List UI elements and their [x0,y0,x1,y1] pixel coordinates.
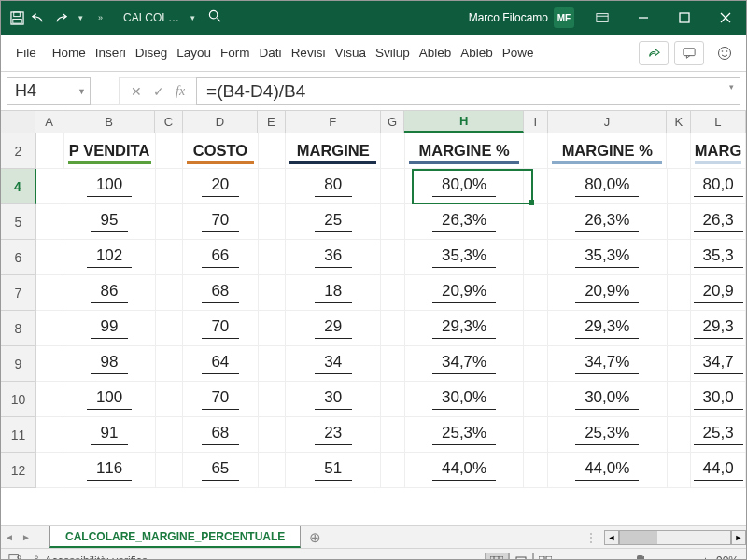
cell[interactable] [36,275,63,311]
row-header-6[interactable]: 6 [1,240,36,275]
zoom-level[interactable]: 90% [716,554,739,561]
cell[interactable]: 26,3% [405,204,525,240]
cell[interactable]: 65 [183,453,259,488]
cell[interactable] [524,346,548,382]
cell[interactable] [259,417,286,453]
cell[interactable] [668,169,692,204]
cell[interactable] [668,453,692,488]
row-header-10[interactable]: 10 [1,382,36,417]
scroll-left-icon[interactable]: ◄ [604,530,619,545]
cell[interactable]: 23 [286,417,381,453]
cell[interactable] [524,240,548,275]
cell[interactable] [381,453,405,488]
row-header-12[interactable]: 12 [1,453,36,488]
cell[interactable] [259,346,286,382]
cell[interactable] [381,275,405,311]
tab-svilup[interactable]: Svilup [371,46,415,60]
search-icon[interactable] [199,9,232,26]
add-sheet-icon[interactable]: ⊕ [301,529,329,546]
cell[interactable]: 70 [183,204,259,240]
enter-formula-icon[interactable]: ✓ [153,84,164,99]
cell[interactable] [381,133,405,169]
cell[interactable] [156,240,183,275]
col-header-J[interactable]: J [548,111,668,133]
cell[interactable]: 25,3 [691,417,746,453]
tab-ableb[interactable]: Ableb [456,46,498,60]
cell[interactable] [259,275,286,311]
worksheet-grid[interactable]: ABCDEFGHIJKL 2456789101112 P VENDITACOST… [1,111,746,525]
cell[interactable]: 44,0% [548,453,668,488]
row-header-5[interactable]: 5 [1,204,36,240]
col-header-A[interactable]: A [35,111,63,133]
cell[interactable] [156,275,183,311]
share-icon[interactable] [639,41,669,65]
cell[interactable]: 70 [183,382,259,417]
ribbon-display-icon[interactable] [582,1,623,35]
cell[interactable]: 20,9% [405,275,525,311]
cell[interactable]: MARGINE % [405,133,524,169]
cell[interactable] [524,169,548,204]
cell[interactable]: 51 [286,453,381,488]
cell[interactable] [524,417,548,453]
redo-icon[interactable] [53,11,67,25]
cell[interactable]: MARGINE [286,133,381,169]
cell[interactable] [667,133,691,169]
scroll-right-icon[interactable]: ► [731,530,746,545]
namebox-dropdown-icon[interactable]: ▼ [78,87,86,96]
cell[interactable]: 18 [286,275,381,311]
cell[interactable]: 29,3% [405,311,525,346]
cell[interactable]: 26,3 [691,204,746,240]
col-header-G[interactable]: G [381,111,405,133]
cell[interactable] [259,133,287,169]
cell[interactable] [381,417,405,453]
cell[interactable] [259,382,286,417]
fx-icon[interactable]: fx [176,84,185,99]
cell[interactable]: 34 [286,346,381,382]
cell[interactable]: 70 [183,311,259,346]
cell[interactable]: 36 [286,240,381,275]
tab-layou[interactable]: Layou [172,46,216,60]
cell[interactable]: 26,3% [548,204,668,240]
tab-revisi[interactable]: Revisi [287,46,331,60]
page-break-view-icon[interactable] [533,553,557,561]
cell[interactable] [381,346,405,382]
row-header-4[interactable]: 4 [1,169,36,204]
cell[interactable] [156,169,183,204]
cell[interactable] [36,382,63,417]
tab-diseg[interactable]: Diseg [131,46,173,60]
cell[interactable]: 95 [63,204,155,240]
cell[interactable]: 35,3% [548,240,668,275]
cell[interactable] [668,240,692,275]
cell[interactable]: 44,0 [691,453,746,488]
cell[interactable] [524,204,548,240]
cell[interactable]: 34,7% [548,346,668,382]
cell[interactable]: 116 [63,453,155,488]
cell[interactable]: 30 [286,382,381,417]
cells-area[interactable]: P VENDITACOSTOMARGINEMARGINE %MARGINE %M… [36,133,746,488]
cell[interactable] [524,453,548,488]
cell[interactable]: 68 [183,417,259,453]
formula-bar[interactable]: =(B4-D4)/B4 ▾ [196,77,740,105]
cell[interactable] [156,382,183,417]
cell[interactable] [524,275,548,311]
cell[interactable] [381,169,405,204]
cell[interactable]: COSTO [183,133,258,169]
cell[interactable] [36,204,63,240]
col-header-F[interactable]: F [286,111,381,133]
cell[interactable]: 44,0% [405,453,525,488]
cell[interactable] [524,311,548,346]
cell[interactable]: 30,0% [405,382,525,417]
cell[interactable]: 34,7 [691,346,746,382]
cell[interactable] [381,382,405,417]
cell[interactable] [156,417,183,453]
cell[interactable]: 91 [63,417,155,453]
cell[interactable] [668,275,692,311]
col-header-H[interactable]: H [404,111,524,133]
help-smiley-icon[interactable] [710,41,740,65]
cell[interactable] [36,346,63,382]
name-box[interactable]: H4 ▼ [7,77,91,105]
cell[interactable]: 25 [286,204,381,240]
tab-visua[interactable]: Visua [330,46,371,60]
cell[interactable]: 35,3 [691,240,746,275]
tab-file[interactable]: File [5,35,48,71]
